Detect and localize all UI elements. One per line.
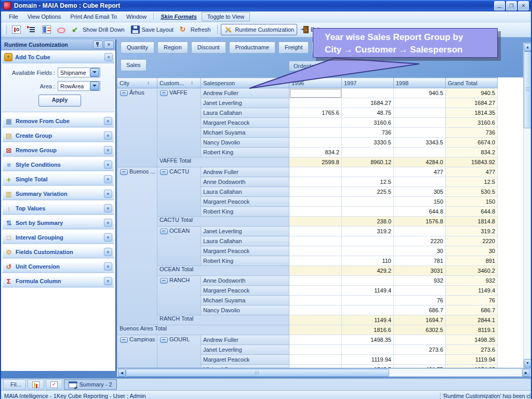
value-cell[interactable]: 2220	[446, 236, 498, 246]
salesperson-cell[interactable]: Margaret Peacock	[201, 246, 289, 256]
apply-button[interactable]: Apply	[38, 95, 81, 107]
horizontal-scroll-thumb[interactable]	[126, 369, 389, 377]
value-cell[interactable]	[342, 305, 394, 315]
toolbar-grip[interactable]	[4, 25, 7, 34]
value-cell[interactable]	[289, 296, 342, 305]
expand-chevron-icon[interactable]	[104, 262, 112, 271]
collapse-node-icon[interactable]	[160, 169, 168, 175]
customer-total-label[interactable]: RANCH Total	[157, 315, 289, 325]
pin-icon[interactable]	[93, 41, 103, 49]
tab-filter[interactable]: Fil...	[3, 379, 26, 390]
value-cell[interactable]: 6674.0	[446, 138, 498, 148]
value-cell[interactable]: 6302.5	[394, 325, 446, 335]
salesperson-cell[interactable]: Anne Dodsworth	[201, 177, 289, 187]
value-cell[interactable]: 1816.6	[342, 325, 394, 335]
value-cell[interactable]: 477	[446, 167, 498, 177]
expand-chevron-icon[interactable]	[104, 233, 112, 242]
field-chip-discount[interactable]: Discount	[191, 42, 226, 54]
chevron-down-icon[interactable]	[90, 68, 99, 77]
runtime-customization-button[interactable]: Runtime Customization	[221, 24, 297, 35]
value-cell[interactable]	[289, 345, 342, 355]
value-cell[interactable]: 319.2	[446, 227, 498, 236]
expand-chevron-icon[interactable]	[104, 161, 112, 169]
value-cell[interactable]: 30	[394, 246, 446, 256]
split-view-button[interactable]	[39, 24, 54, 35]
value-cell[interactable]: 273.6	[394, 345, 446, 355]
menu-item-print-and-email-to[interactable]: Print And Email To	[65, 12, 122, 21]
value-cell[interactable]	[289, 177, 342, 187]
value-cell[interactable]	[342, 148, 394, 157]
expand-chevron-icon[interactable]	[104, 190, 112, 198]
customer-cell[interactable]: RANCH	[157, 276, 201, 315]
value-cell[interactable]: 319.2	[342, 227, 394, 236]
value-cell[interactable]: 932	[394, 276, 446, 286]
value-cell[interactable]	[289, 325, 342, 335]
value-cell[interactable]	[342, 236, 394, 246]
sidebar-item-fields-customization[interactable]: Fields Customization	[2, 246, 114, 258]
customer-total-label[interactable]: VAFFE Total	[157, 157, 289, 167]
value-cell[interactable]: 1814.35	[446, 108, 498, 118]
horizontal-scrollbar[interactable]	[117, 368, 531, 377]
expand-chevron-icon[interactable]	[104, 175, 112, 183]
tab-summary[interactable]: Summary - 2	[64, 379, 117, 390]
value-cell[interactable]: 891	[446, 256, 498, 266]
value-cell[interactable]: 1119.94	[446, 355, 498, 365]
sidebar-item-single-total[interactable]: Single Total	[2, 173, 114, 185]
value-cell[interactable]: 1498.35	[342, 335, 394, 345]
value-cell[interactable]: 1765.6	[289, 108, 342, 118]
value-cell[interactable]: 12.5	[446, 177, 498, 187]
collapse-node-icon[interactable]	[160, 90, 168, 96]
value-cell[interactable]: 1694.7	[394, 315, 446, 325]
measure-button[interactable]: Sales	[121, 59, 147, 71]
collapse-node-icon[interactable]	[160, 337, 168, 343]
value-cell[interactable]: 401.75	[394, 365, 446, 368]
salesperson-cell[interactable]: Laura Callahan	[201, 187, 289, 197]
value-cell[interactable]	[289, 138, 342, 148]
value-cell[interactable]	[394, 335, 446, 345]
value-cell[interactable]: 2220	[394, 236, 446, 246]
customer-cell[interactable]: VAFFE	[157, 88, 201, 157]
value-cell[interactable]: 686.7	[446, 305, 498, 315]
customer-cell[interactable]: GOURL	[157, 335, 201, 368]
value-cell[interactable]: 781	[394, 256, 446, 266]
restore-button[interactable]	[506, 1, 517, 10]
value-cell[interactable]	[394, 148, 446, 157]
value-cell[interactable]: 834.2	[446, 148, 498, 157]
scroll-down-icon[interactable]	[524, 359, 531, 367]
value-cell[interactable]	[342, 207, 394, 217]
value-cell[interactable]: 3330.5	[342, 138, 394, 148]
value-cell[interactable]: 644.8	[394, 207, 446, 217]
menu-item-view-options[interactable]: View Options	[23, 12, 66, 21]
value-cell[interactable]: 1119.94	[342, 355, 394, 365]
vertical-scroll-thumb[interactable]	[524, 51, 531, 128]
value-cell[interactable]: 273.6	[446, 345, 498, 355]
value-cell[interactable]	[289, 315, 342, 325]
value-cell[interactable]	[289, 256, 342, 266]
value-cell[interactable]	[394, 286, 446, 296]
value-cell[interactable]: 305	[394, 187, 446, 197]
value-cell[interactable]: 150	[446, 197, 498, 207]
customer-total-label[interactable]: CACTU Total	[157, 217, 289, 227]
city-cell[interactable]: Buenos ...	[117, 167, 157, 325]
collapse-node-icon[interactable]	[160, 229, 168, 234]
value-cell[interactable]: 8119.1	[446, 325, 498, 335]
value-cell[interactable]: 30	[446, 246, 498, 256]
city-cell[interactable]: Campinas	[117, 335, 157, 368]
available-fields-select[interactable]: Shipname	[58, 68, 100, 77]
value-cell[interactable]	[342, 296, 394, 305]
show-drill-down-button[interactable]: Show Drill Down	[69, 24, 127, 35]
value-cell[interactable]: 429.2	[342, 266, 394, 276]
column-header-grand-total[interactable]: Grand Total	[446, 78, 498, 88]
expand-chevron-icon[interactable]	[104, 277, 112, 285]
value-cell[interactable]	[394, 98, 446, 108]
sidebar-item-interval-grouping[interactable]: Interval Grouping	[2, 231, 114, 244]
row-header-custom[interactable]: Custom...↑	[157, 78, 201, 88]
value-cell[interactable]: 8960.12	[342, 157, 394, 167]
scroll-right-icon[interactable]	[522, 369, 530, 377]
panel-close-icon[interactable]: ✕	[104, 41, 114, 49]
customer-total-label[interactable]: OCEAN Total	[157, 266, 289, 276]
value-cell[interactable]: 150	[394, 197, 446, 207]
value-cell[interactable]	[289, 266, 342, 276]
city-total-label[interactable]: Buenos Aires Total	[117, 325, 289, 335]
value-cell[interactable]	[342, 197, 394, 207]
